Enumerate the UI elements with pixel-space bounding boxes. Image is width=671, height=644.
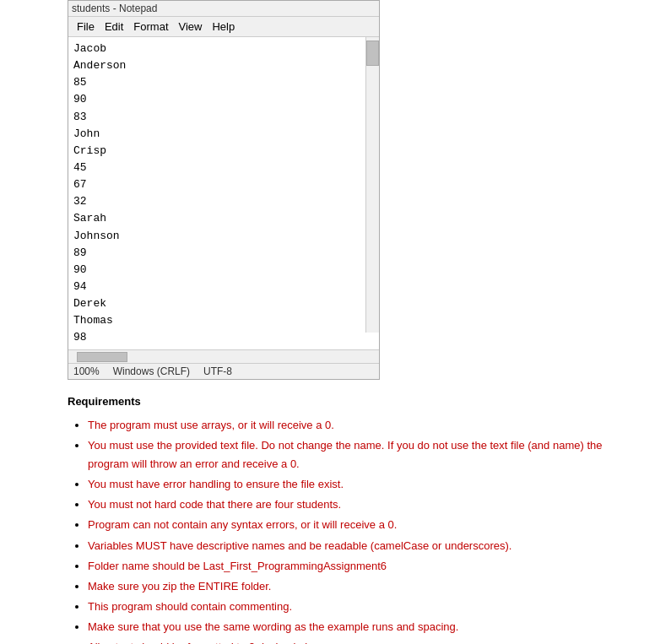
req-item-4: You must not hard code that there are fo…: [88, 498, 341, 511]
notepad-titlebar: students - Notepad: [68, 1, 379, 17]
notepad-hscrollbar-inner: [68, 350, 379, 363]
notepad-content-area: Jacob Anderson 85 90 83 John Crisp 45 67…: [68, 37, 379, 349]
req-item-8: Make sure you zip the ENTIRE folder.: [88, 580, 271, 593]
list-item: Program can not contain any syntax error…: [88, 516, 603, 534]
list-item: Make sure you zip the ENTIRE folder.: [88, 577, 603, 596]
list-item: The program must use arrays, or it will …: [88, 416, 603, 435]
list-item: Make sure that you use the same wording …: [88, 618, 603, 636]
req-item-11: All output should be formatted to 2 deci…: [88, 641, 333, 644]
list-item: You must use the provided text file. Do …: [88, 436, 603, 474]
notepad-statusbar: 100% Windows (CRLF) UTF-8: [68, 363, 379, 379]
list-item: You must have error handling to ensure t…: [88, 475, 603, 494]
req-item-10: Make sure that you use the same wording …: [88, 620, 458, 633]
notepad-textarea[interactable]: Jacob Anderson 85 90 83 John Crisp 45 67…: [68, 37, 379, 349]
notepad-hscrollbar[interactable]: [68, 349, 379, 363]
menu-view[interactable]: View: [174, 19, 208, 35]
menu-help[interactable]: Help: [207, 19, 240, 35]
list-item: You must not hard code that there are fo…: [88, 495, 603, 514]
zoom-status: 100%: [73, 365, 100, 377]
requirements-list: The program must use arrays, or it will …: [68, 416, 603, 644]
encoding-status: UTF-8: [203, 365, 232, 377]
notepad-menubar: File Edit Format View Help: [68, 17, 379, 37]
notepad-vertical-scrollbar[interactable]: [365, 37, 379, 333]
list-item: Folder name should be Last_First_Program…: [88, 557, 603, 576]
menu-edit[interactable]: Edit: [100, 19, 128, 35]
requirements-heading: Requirements: [68, 395, 603, 408]
req-item-6: Variables MUST have descriptive names an…: [88, 539, 511, 552]
requirements-section: Requirements The program must use arrays…: [68, 395, 603, 644]
list-item: Variables MUST have descriptive names an…: [88, 537, 603, 555]
req-item-3: You must have error handling to ensure t…: [88, 478, 344, 490]
list-item: This program should contain commenting.: [88, 598, 603, 616]
notepad-window: students - Notepad File Edit Format View…: [68, 0, 380, 380]
line-ending-status: Windows (CRLF): [113, 365, 190, 377]
req-item-5: Program can not contain any syntax error…: [88, 518, 397, 531]
menu-file[interactable]: File: [72, 19, 100, 35]
notepad-scrollbar-thumb: [366, 41, 379, 66]
req-item-9: This program should contain commenting.: [88, 600, 292, 613]
menu-format[interactable]: Format: [128, 19, 173, 35]
notepad-hscrollbar-thumb: [77, 352, 127, 362]
req-item-1: The program must use arrays, or it will …: [88, 419, 334, 431]
list-item: All output should be formatted to 2 deci…: [88, 638, 603, 644]
notepad-title: students - Notepad: [72, 3, 157, 14]
req-item-7: Folder name should be Last_First_Program…: [88, 560, 387, 572]
req-item-2: You must use the provided text file. Do …: [88, 439, 602, 470]
